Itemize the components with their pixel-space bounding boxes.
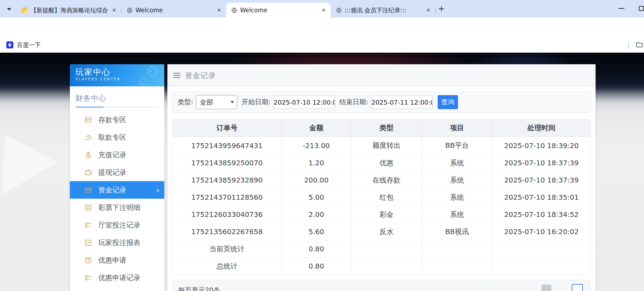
- table-cell: 彩金: [351, 206, 421, 223]
- table-body: 1752143959647431-213.00额度转出BB平台2025-07-1…: [173, 137, 590, 275]
- sidebar-item-存款专区[interactable]: 存款专区: [70, 111, 164, 128]
- background-triangle-decoration: [1, 134, 58, 194]
- document-favicon-icon: [21, 7, 28, 13]
- table-cell: 系统: [421, 189, 492, 206]
- table-row: 17521437011285605.00红包系统2025-07-10 18:35…: [173, 189, 590, 206]
- chart-icon: [84, 238, 92, 247]
- table-cell: 系统: [421, 154, 492, 171]
- tab-title: Welcome: [240, 7, 317, 14]
- table-cell: 1752143701128560: [173, 189, 281, 206]
- bookmark-label: 百度一下: [17, 41, 41, 49]
- pagination-page-box[interactable]: [572, 284, 583, 291]
- hamburger-menu-icon[interactable]: [173, 73, 180, 78]
- type-select[interactable]: 全部: [196, 95, 237, 109]
- sidebar-item-优惠申请[interactable]: 优惠申请: [70, 251, 164, 269]
- table-row: 17521260330407362.00彩金系统2025-07-10 18:34…: [173, 206, 590, 223]
- browser-tab[interactable]: :::视讯 会员下注纪录:::✕: [331, 3, 435, 18]
- table-cell: 总统计: [173, 257, 281, 275]
- moneybag-icon: [84, 151, 92, 159]
- table-cell: 1752143859250070: [173, 154, 281, 171]
- table-header-cell: 订单号: [173, 119, 281, 137]
- table-cell: [351, 240, 421, 257]
- table-cell: 1752135602267658: [173, 223, 281, 240]
- end-date-label: 结束日期:: [339, 98, 368, 107]
- table-cell: [492, 257, 590, 275]
- table-cell: 200.00: [281, 171, 351, 189]
- tab-separator: [435, 7, 436, 14]
- sidebar-header: 玩家中心 PLAYERS CENTER: [70, 64, 164, 86]
- table-cell: 2025-07-10 18:34:52: [492, 206, 590, 223]
- sidebar-item-提现记录[interactable]: 提现记录: [70, 164, 164, 181]
- tab-close-icon[interactable]: ✕: [215, 7, 223, 13]
- browser-tab-strip: 【新提醒】海燕策略论坛综合交✕Welcome✕Welcome✕:::视讯 会员下…: [0, 0, 644, 18]
- sidebar-item-优惠申请记录[interactable]: 优惠申请记录: [70, 269, 164, 286]
- tab-close-icon[interactable]: ✕: [111, 7, 118, 13]
- sidebar-item-取款专区[interactable]: 取款专区: [70, 128, 164, 146]
- tab-search-chevron-icon[interactable]: [5, 5, 13, 13]
- query-button[interactable]: 查询: [438, 95, 458, 109]
- sidebar-item-label: 提现记录: [98, 168, 126, 177]
- sidebar-item-厅室投注记录[interactable]: 厅室投注记录: [70, 216, 164, 234]
- table-cell: 2025-07-10 16:20:02: [492, 223, 590, 240]
- bookmarks-folder-icon[interactable]: [636, 41, 643, 49]
- globe-favicon-icon: [126, 7, 133, 13]
- browser-tab[interactable]: 【新提醒】海燕策略论坛综合交✕: [16, 3, 121, 18]
- table-header-cell: 类型: [351, 119, 421, 137]
- table-cell: [492, 240, 590, 257]
- sidebar-item-玩家投注报表[interactable]: 玩家投注报表: [70, 234, 164, 251]
- tab-title: 【新提醒】海燕策略论坛综合交: [31, 6, 108, 14]
- table-cell: 1752143859232890: [173, 171, 281, 189]
- withdraw-hand-icon: [84, 133, 92, 141]
- main-header: 资金记录: [167, 64, 596, 87]
- sidebar-item-彩票下注明细[interactable]: 彩票下注明细: [70, 199, 164, 216]
- table-row: 当前页统计0.80: [173, 240, 590, 257]
- table-cell: [421, 257, 492, 275]
- table-cell: 2025-07-10 18:37:39: [492, 154, 590, 171]
- tab-title: :::视讯 会员下注纪录:::: [345, 6, 422, 14]
- list-doc-icon: [84, 203, 92, 212]
- tab-title: Welcome: [135, 7, 213, 14]
- browser-tab[interactable]: Welcome✕: [121, 3, 226, 18]
- sidebar-section-title: 财务中心: [75, 93, 159, 103]
- table-cell: 反水: [351, 223, 421, 240]
- tab-close-icon[interactable]: ✕: [425, 7, 432, 13]
- sidebar-item-充值记录[interactable]: 充值记录: [70, 146, 164, 164]
- table-row: 1752143959647431-213.00额度转出BB平台2025-07-1…: [173, 137, 590, 154]
- sidebar-item-label: 充值记录: [98, 150, 126, 160]
- table-cell: BB视讯: [421, 223, 492, 240]
- sidebar-section-divider: [75, 107, 159, 107]
- browser-tab[interactable]: Welcome✕: [226, 3, 331, 18]
- filter-bar: 类型: 全部 开始日期: 结束日期: 查询: [172, 92, 591, 113]
- sidebar-item-label: 优惠申请记录: [98, 273, 140, 283]
- table-cell: 当前页统计: [173, 240, 281, 257]
- gamepad-decoration-icon: [133, 65, 163, 86]
- sidebar-item-label: 存款专区: [98, 115, 126, 125]
- per-page-text: 每页显示20条: [178, 286, 220, 291]
- bookmark-item-baidu[interactable]: 百度一下: [4, 40, 43, 50]
- table-cell: 2025-07-10 18:35:01: [492, 189, 590, 206]
- table-row: 17521438592500701.20优惠系统2025-07-10 18:37…: [173, 154, 590, 171]
- table-cell: 5.60: [281, 223, 351, 240]
- list-icon: [84, 221, 92, 229]
- globe-favicon-icon: [336, 7, 342, 13]
- new-tab-button[interactable]: +: [438, 4, 445, 13]
- sidebar-item-资金记录[interactable]: 资金记录›: [70, 181, 164, 199]
- table-cell: 红包: [351, 189, 421, 206]
- table-cell: 1752126033040736: [173, 206, 281, 223]
- tab-close-icon[interactable]: ✕: [320, 7, 327, 13]
- sidebar-menu: 存款专区取款专区充值记录提现记录资金记录›彩票下注明细厅室投注记录玩家投注报表优…: [70, 111, 164, 286]
- end-date-input[interactable]: [371, 95, 433, 109]
- type-select-wrap: 全部: [196, 95, 237, 109]
- table-cell: 0.80: [281, 240, 351, 257]
- sidebar-item-label: 取款专区: [98, 133, 126, 142]
- pagination-control-gray[interactable]: [542, 285, 551, 291]
- globe-favicon-icon: [231, 7, 237, 13]
- table-row: 总统计0.80: [173, 257, 590, 275]
- window-maximize-button[interactable]: [639, 6, 644, 11]
- window-minimize-button[interactable]: [618, 8, 624, 9]
- bookmark-bar: 百度一下: [0, 37, 644, 53]
- table-header-cell: 金额: [281, 119, 351, 137]
- wallet-icon: [84, 168, 92, 177]
- start-date-input[interactable]: [273, 95, 335, 109]
- table-cell: [421, 240, 492, 257]
